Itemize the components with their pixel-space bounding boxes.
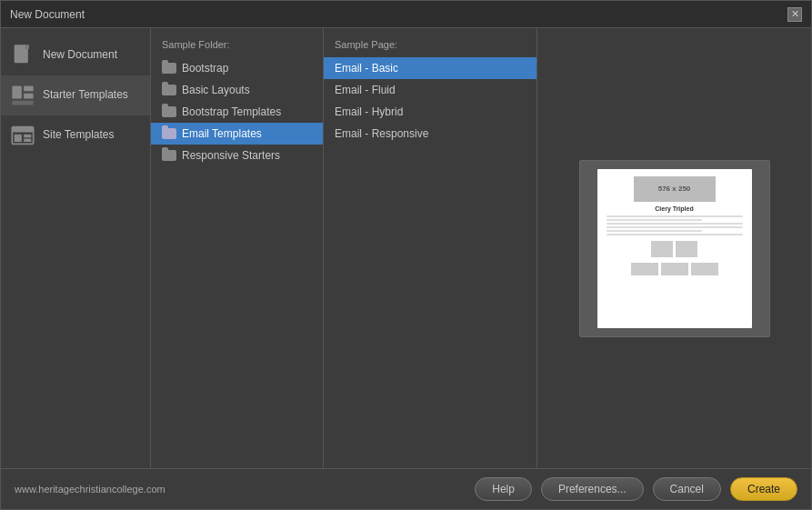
preview-footer-1 [631, 263, 658, 275]
svg-rect-10 [24, 139, 31, 143]
bottom-bar: www.heritagechristiancollege.com Help Pr… [1, 468, 811, 509]
sidebar-new-doc-label: New Document [43, 48, 117, 63]
close-button[interactable]: ✕ [787, 7, 802, 22]
page-email-hybrid-label: Email - Hybrid [335, 105, 403, 118]
svg-rect-4 [24, 94, 33, 99]
site-icon [10, 123, 35, 148]
preview-footer-3 [691, 263, 718, 275]
svg-rect-8 [15, 135, 22, 142]
svg-rect-2 [12, 86, 21, 99]
svg-rect-5 [12, 101, 33, 105]
folder-bootstrap-label: Bootstrap [182, 62, 228, 75]
sidebar-starter-label: Starter Templates [43, 88, 128, 103]
folder-icon-email-templates [162, 128, 176, 139]
page-email-fluid[interactable]: Email - Fluid [324, 79, 536, 101]
preview-lines [603, 215, 747, 235]
folder-basic-layouts-label: Basic Layouts [182, 84, 250, 96]
folder-icon-bootstrap [162, 63, 176, 74]
sidebar-item-starter-templates[interactable]: Starter Templates [1, 75, 150, 115]
folder-responsive-starters-label: Responsive Starters [182, 149, 280, 162]
preview-img-1 [651, 241, 673, 257]
pages-panel: Sample Page: Email - Basic Email - Fluid… [324, 28, 537, 468]
page-email-basic[interactable]: Email - Basic [324, 57, 536, 79]
preview-inner: 576 x 250 Clery Tripled [597, 169, 752, 328]
page-email-basic-label: Email - Basic [335, 62, 398, 75]
folder-panel-header: Sample Folder: [151, 35, 323, 57]
folder-email-templates-label: Email Templates [182, 127, 262, 140]
svg-rect-7 [12, 127, 33, 133]
preview-doc-title: Clery Tripled [655, 205, 693, 212]
folder-bootstrap[interactable]: Bootstrap [151, 57, 323, 79]
folder-icon-basic-layouts [162, 85, 176, 95]
folder-email-templates[interactable]: Email Templates [151, 123, 323, 145]
new-document-dialog: New Document ✕ New Document [0, 0, 812, 510]
preview-line-1 [606, 215, 743, 217]
cancel-button[interactable]: Cancel [653, 477, 721, 501]
preview-panel: 576 x 250 Clery Tripled [537, 28, 811, 468]
preview-line-6 [606, 234, 743, 235]
preview-img-2 [676, 241, 697, 257]
folder-bootstrap-templates[interactable]: Bootstrap Templates [151, 101, 323, 123]
folder-icon-responsive-starters [162, 150, 176, 161]
sidebar-item-site-templates[interactable]: Site Templates [1, 115, 150, 155]
sidebar-site-label: Site Templates [43, 128, 115, 143]
preview-line-3 [606, 223, 743, 225]
preview-image-row [651, 241, 697, 257]
help-button[interactable]: Help [475, 477, 532, 501]
preview-footer-row [631, 263, 718, 275]
preview-line-5 [606, 230, 702, 232]
preferences-button[interactable]: Preferences... [541, 477, 644, 501]
folder-icon-bootstrap-templates [162, 106, 176, 117]
title-bar: New Document ✕ [1, 1, 811, 28]
sidebar-item-new-document[interactable]: New Document [1, 35, 150, 75]
folder-responsive-starters[interactable]: Responsive Starters [151, 145, 323, 166]
preview-line-2 [606, 219, 702, 221]
svg-rect-1 [25, 45, 29, 49]
main-content: New Document Starter Templates [1, 28, 811, 468]
create-button[interactable]: Create [730, 477, 797, 501]
svg-rect-3 [24, 86, 33, 92]
preview-box: 576 x 250 Clery Tripled [579, 160, 770, 337]
sidebar: New Document Starter Templates [1, 28, 151, 468]
page-email-hybrid[interactable]: Email - Hybrid [324, 101, 536, 123]
pages-panel-header: Sample Page: [324, 35, 536, 57]
page-email-fluid-label: Email - Fluid [335, 84, 396, 96]
preview-footer-2 [661, 263, 688, 275]
folder-bootstrap-templates-label: Bootstrap Templates [182, 105, 281, 118]
svg-rect-9 [24, 135, 31, 138]
dialog-title: New Document [10, 8, 85, 21]
bottom-buttons: Help Preferences... Cancel Create [475, 477, 797, 501]
starter-icon [10, 83, 35, 108]
page-email-responsive-label: Email - Responsive [335, 127, 428, 140]
preview-size: 576 x 250 [634, 176, 716, 202]
folder-panel: Sample Folder: Bootstrap Basic Layouts B… [151, 28, 324, 468]
folder-basic-layouts[interactable]: Basic Layouts [151, 79, 323, 101]
status-url: www.heritagechristiancollege.com [15, 484, 165, 495]
new-doc-icon [10, 43, 35, 68]
preview-line-4 [606, 226, 743, 228]
page-email-responsive[interactable]: Email - Responsive [324, 123, 536, 145]
